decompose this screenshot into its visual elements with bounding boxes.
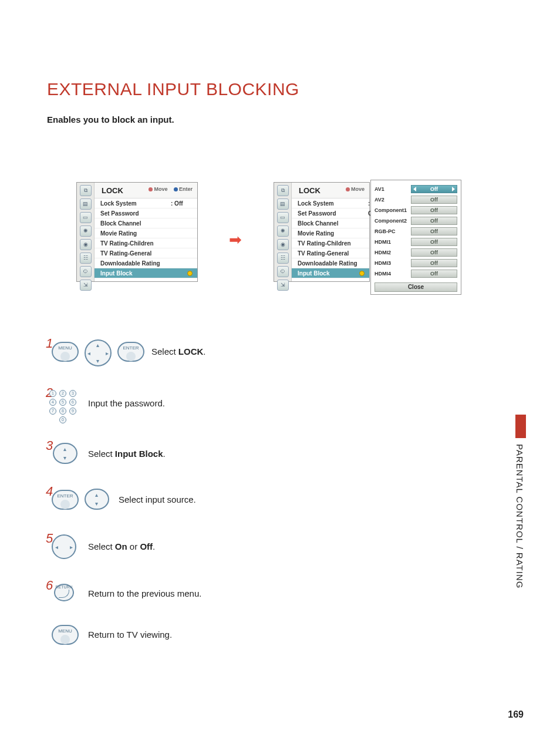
osd-icon: ☷ [277, 253, 289, 264]
osd-icon-column: ⧉ ▤ ▭ ✺ ◉ ☷ ⏲ ⇲ [274, 183, 292, 281]
updown-icon: ▴▾ [53, 443, 77, 464]
step-text: Select input source. [119, 494, 196, 504]
input-value-button[interactable]: Off [411, 196, 457, 204]
enter-button-icon: ENTER [117, 342, 144, 362]
osd-row-label: Set Password [298, 210, 336, 217]
osd-icon: ▭ [80, 212, 92, 223]
osd-icon: ☷ [80, 253, 92, 264]
osd-header: LOCK Move Enter [95, 183, 197, 198]
osd-row-label: Block Channel [298, 220, 338, 227]
input-label: AV2 [375, 197, 411, 203]
input-value-button[interactable]: Off [411, 217, 457, 225]
hint-move: Move [154, 186, 167, 192]
input-value-button[interactable]: Off [411, 270, 457, 278]
page-title: EXTERNAL INPUT BLOCKING [47, 79, 299, 99]
numpad-icon: 123 456 789 0 [49, 390, 77, 423]
input-value-button[interactable]: Off [411, 227, 457, 235]
step-2: 2 123 456 789 0 Input the password. [46, 389, 457, 422]
step-text: Input the password. [88, 398, 165, 408]
step-3: 3 ▴▾ Select Input Block. [46, 442, 457, 467]
close-button[interactable]: Close [375, 282, 457, 292]
osd-row[interactable]: Block Channel [292, 218, 369, 228]
osd-lock-left: ⧉ ▤ ▭ ✺ ◉ ☷ ⏲ ⇲ LOCK Move Enter Lock Sys… [76, 182, 198, 282]
osd-row-label: Downloadable Rating [298, 260, 357, 267]
osd-row-label: TV Rating-General [100, 250, 151, 257]
osd-icon: ▤ [80, 198, 92, 210]
menu-label: MENU [58, 628, 72, 634]
hint-move: Move [351, 186, 365, 192]
osd-icon: ▤ [277, 198, 289, 210]
updown-icon: ▴▾ [85, 489, 109, 510]
enter-icon [174, 187, 178, 191]
osd-row[interactable]: Downloadable Rating [292, 258, 369, 268]
enter-label: ENTER [123, 345, 139, 351]
osd-row-label: Block Channel [100, 220, 141, 227]
step-number: 3 [46, 438, 53, 453]
osd-icon: ⧉ [277, 185, 289, 196]
input-block-row: HDMI3Off [375, 258, 457, 268]
osd-icon: ✺ [80, 226, 92, 237]
osd-row[interactable]: Downloadable Rating [95, 258, 197, 268]
dpad-icon: ▴▾◂▸ [85, 339, 112, 366]
osd-lock-right: ⧉ ▤ ▭ ✺ ◉ ☷ ⏲ ⇲ LOCK Move Lock System: O… [274, 182, 370, 282]
input-value-button[interactable]: Off [411, 185, 457, 193]
step-number: 6 [46, 578, 53, 593]
input-value-button[interactable]: Off [411, 248, 457, 257]
osd-row-label: Movie Rating [298, 230, 334, 237]
input-block-row: RGB-PCOff [375, 226, 457, 237]
input-block-row: HDMI2Off [375, 247, 457, 258]
osd-row[interactable]: TV Rating-Children [292, 238, 369, 248]
page-number: 169 [508, 709, 524, 720]
input-block-row: HDMI4Off [375, 268, 457, 279]
osd-row[interactable]: Movie Rating [292, 228, 369, 238]
osd-row[interactable]: Input Block [95, 268, 197, 278]
input-block-row: HDMI1Off [375, 237, 457, 247]
osd-icon: ⇲ [80, 280, 92, 291]
input-block-panel: AV1OffAV2OffComponent1OffComponent2OffRG… [370, 180, 461, 295]
osd-row[interactable]: Movie Rating [95, 228, 197, 238]
osd-hint: Move [345, 186, 365, 192]
osd-icon: ◉ [80, 239, 92, 250]
osd-title: LOCK [299, 186, 321, 195]
step-6: 6 RETURN Return to the previous menu. [46, 581, 457, 606]
osd-title: LOCK [102, 186, 123, 195]
record-icon [359, 271, 365, 276]
osd-body: Lock System: OffSet PasswordBlock Channe… [95, 198, 197, 281]
osd-row[interactable]: TV Rating-General [292, 248, 369, 258]
input-label: HDMI4 [375, 271, 411, 277]
osd-row[interactable]: Set Password [292, 208, 369, 218]
osd-row[interactable]: Block Channel [95, 218, 197, 228]
input-block-row: Component1Off [375, 205, 457, 216]
osd-row[interactable]: Set Password [95, 208, 197, 218]
steps: 1 MENU ▴▾◂▸ ENTER Select LOCK. 2 123 456… [46, 339, 457, 667]
return-label: RETURN [55, 585, 72, 589]
step-text: Select Input Block. [88, 449, 166, 459]
move-icon [149, 187, 153, 191]
enter-label: ENTER [57, 493, 73, 499]
osd-row[interactable]: Lock System: Off [95, 198, 197, 208]
osd-row[interactable]: TV Rating-General [95, 248, 197, 258]
input-value-button[interactable]: Off [411, 238, 457, 246]
step-4: 4 ENTER ▴▾ Select input source. [46, 487, 457, 514]
menu-button-icon: MENU [52, 625, 79, 645]
osd-row-label: TV Rating-Children [100, 240, 154, 247]
osd-row[interactable]: Input Block [292, 268, 369, 278]
osd-row-label: Downloadable Rating [100, 260, 160, 267]
osd-row-label: TV Rating-Children [298, 240, 351, 247]
leftright-icon: ◂▸ [52, 534, 76, 559]
record-icon [187, 271, 193, 276]
return-button-icon: RETURN [54, 584, 74, 601]
arrow-icon: ➡ [229, 231, 242, 249]
osd-row-label: Movie Rating [100, 230, 137, 237]
osd-icon: ◉ [277, 239, 289, 250]
input-value-button[interactable]: Off [411, 259, 457, 267]
osd-row[interactable]: Lock System: Off [292, 198, 369, 208]
osd-icon: ⏲ [80, 266, 92, 277]
osd-icon: ⇲ [277, 280, 289, 291]
osd-row-label: Input Block [298, 270, 329, 277]
section-label: PARENTAL CONTROL / RATING [515, 444, 525, 588]
step-text: Select LOCK. [151, 346, 206, 356]
osd-row[interactable]: TV Rating-Children [95, 238, 197, 248]
input-value-button[interactable]: Off [411, 206, 457, 214]
osd-row-label: Lock System [100, 200, 137, 207]
